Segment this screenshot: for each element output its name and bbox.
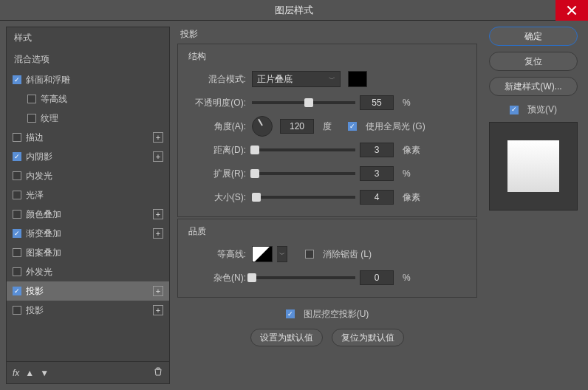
effect-label: 光泽 [26,189,44,202]
chevron-down-icon: ﹀ [329,75,335,84]
distance-slider[interactable] [252,148,355,151]
distance-unit: 像素 [403,144,420,157]
color-swatch[interactable] [348,71,367,87]
quality-group: 品质 等高线: ﹀ 消除锯齿 (L) 杂色(N): 0 % [177,219,477,298]
effect-checkbox[interactable] [13,287,21,295]
ok-button[interactable]: 确定 [489,27,578,46]
plus-icon[interactable]: + [153,209,163,219]
size-unit: 像素 [403,191,420,204]
effects-footer: fx ▲ ▼ [7,361,169,383]
effect-checkbox[interactable] [13,171,21,180]
opacity-unit: % [403,98,411,108]
quality-legend: 品质 [188,225,466,238]
effect-label: 外发光 [26,266,52,278]
preview-label: 预览(V) [527,103,557,116]
spread-slider[interactable] [252,172,355,175]
blend-options[interactable]: 混合选项 [7,49,169,70]
size-slider[interactable] [252,196,355,199]
preview-box [489,122,578,211]
effect-checkbox[interactable] [13,229,21,238]
effect-checkbox[interactable] [13,75,21,84]
noise-unit: % [403,273,411,283]
action-panel: 确定 复位 新建样式(W)... 预览(V) [485,27,582,384]
blend-mode-value: 正片叠底 [257,73,293,86]
angle-dial[interactable] [252,116,273,137]
make-default-button[interactable]: 设置为默认值 [250,329,323,346]
noise-input[interactable]: 0 [360,270,394,285]
effect-checkbox[interactable] [13,248,21,257]
preview-toggle[interactable]: 预览(V) [510,103,557,116]
effect-label: 等高线 [41,93,67,106]
noise-slider[interactable] [252,276,355,279]
effect-checkbox[interactable] [13,267,21,276]
effect-item[interactable]: 外发光 [7,262,169,281]
opacity-slider[interactable] [252,101,355,104]
angle-input[interactable]: 120 [280,119,314,134]
effect-checkbox[interactable] [13,133,21,142]
reset-default-button[interactable]: 复位为默认值 [332,329,404,346]
effect-checkbox[interactable] [13,306,21,315]
noise-label: 杂色(N): [188,272,246,284]
effect-label: 描边 [26,131,44,144]
preview-checkbox[interactable] [510,106,519,114]
effect-label: 图案叠加 [26,247,61,259]
opacity-input[interactable]: 55 [360,95,394,110]
contour-dropdown[interactable]: ﹀ [277,246,287,262]
structure-group: 结构 混合模式: 正片叠底 ﹀ 不透明度(O): 55 % 角度(A): 120 [177,44,477,217]
contour-picker[interactable] [252,246,273,262]
effect-label: 渐变叠加 [26,228,61,240]
window-title: 图层样式 [275,4,313,17]
plus-icon[interactable]: + [153,286,163,296]
effect-item[interactable]: 等高线 [7,89,169,109]
new-style-button[interactable]: 新建样式(W)... [489,77,578,96]
effect-label: 投影 [26,304,44,317]
plus-icon[interactable]: + [153,151,163,162]
blend-mode-select[interactable]: 正片叠底 ﹀ [252,71,341,87]
effect-item[interactable]: 投影+ [7,301,169,320]
fx-menu[interactable]: fx [13,368,19,378]
antialias-checkbox[interactable] [305,250,314,259]
effect-item[interactable]: 斜面和浮雕 [7,70,169,89]
angle-label: 角度(A): [188,120,246,133]
effect-item[interactable]: 渐变叠加+ [7,224,169,243]
knockout-label: 图层挖空投影(U) [304,308,369,321]
blend-mode-label: 混合模式: [188,73,246,86]
distance-label: 距离(D): [188,144,246,157]
arrow-down-icon[interactable]: ▼ [40,368,49,378]
effect-label: 颜色叠加 [26,208,61,221]
trash-icon[interactable] [153,366,163,379]
styles-header[interactable]: 样式 [7,27,169,49]
effect-item[interactable]: 图案叠加 [7,243,169,262]
plus-icon[interactable]: + [153,132,163,143]
opacity-label: 不透明度(O): [188,97,246,109]
global-light-checkbox[interactable] [348,122,357,131]
effect-item[interactable]: 光泽 [7,185,169,205]
effect-item[interactable]: 内发光 [7,166,169,185]
cancel-button[interactable]: 复位 [489,52,578,71]
preview-thumbnail [507,140,559,192]
size-input[interactable]: 4 [360,190,394,205]
close-button[interactable] [555,0,588,21]
effect-checkbox[interactable] [13,191,21,199]
effect-item[interactable]: 颜色叠加+ [7,205,169,224]
structure-legend: 结构 [188,50,466,63]
effect-item[interactable]: 纹理 [7,109,169,128]
effect-label: 纹理 [41,112,58,125]
arrow-up-icon[interactable]: ▲ [25,368,34,378]
global-light-label: 使用全局光 (G) [366,120,425,133]
effect-checkbox[interactable] [27,95,36,103]
plus-icon[interactable]: + [153,305,163,315]
spread-label: 扩展(R): [188,168,246,180]
effect-checkbox[interactable] [13,152,21,161]
effect-label: 投影 [26,285,44,298]
effect-item[interactable]: 描边+ [7,128,169,147]
plus-icon[interactable]: + [153,228,163,239]
panel-title: 投影 [177,27,477,42]
effect-item[interactable]: 投影+ [7,281,169,301]
distance-input[interactable]: 3 [360,143,394,157]
effect-checkbox[interactable] [13,210,21,219]
spread-input[interactable]: 3 [360,166,394,181]
effect-item[interactable]: 内阴影+ [7,147,169,166]
effect-checkbox[interactable] [27,114,36,123]
knockout-checkbox[interactable] [286,309,295,318]
